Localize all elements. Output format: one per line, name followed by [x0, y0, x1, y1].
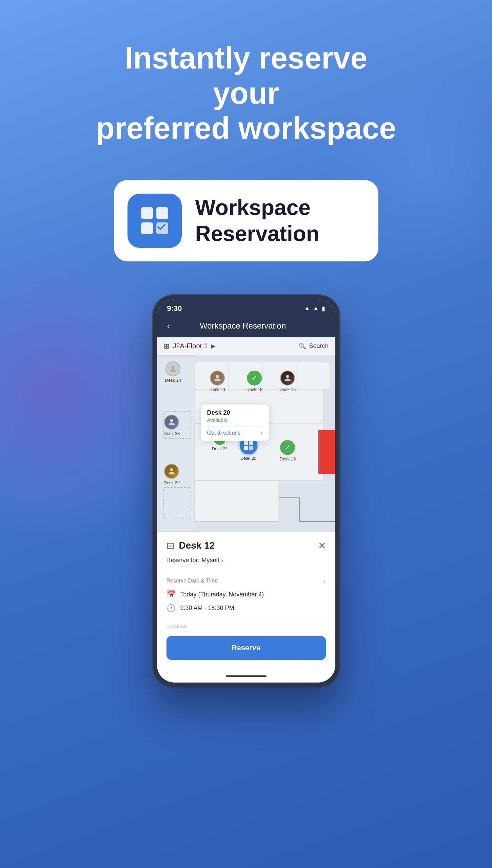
svg-rect-1 — [156, 207, 168, 219]
desk-19-avatar: ✓ — [280, 440, 295, 455]
desk-23-marker[interactable]: Desk 23 — [164, 415, 180, 436]
clock-icon: 🕐 — [166, 604, 176, 613]
signal-icon: ▲ — [313, 305, 319, 312]
svg-point-17 — [216, 375, 219, 378]
desk-11-marker[interactable]: Desk 11 — [210, 371, 226, 392]
popup-directions[interactable]: Get directions › — [207, 430, 263, 436]
search-label: Search — [309, 342, 328, 350]
svg-rect-2 — [141, 222, 153, 234]
desk-header-left: ⊟ Desk 12 — [166, 540, 215, 551]
desk-23-avatar — [164, 415, 179, 430]
floor-name: J2A-Floor 1 — [173, 342, 208, 350]
desk-22-avatar — [164, 464, 179, 479]
selected-desk-name: Desk 12 — [179, 540, 215, 551]
layers-icon: ⊞ — [164, 342, 170, 350]
wifi-icon: ▲ — [304, 305, 310, 312]
desk-19-label: Desk 19 — [280, 456, 296, 461]
svg-rect-13 — [318, 430, 335, 474]
desk-22-marker[interactable]: Desk 22 — [164, 464, 180, 485]
popup-divider — [207, 426, 263, 427]
reserve-for-row[interactable]: Reserve for: Myself › — [166, 557, 326, 564]
desk-11-label: Desk 11 — [210, 387, 226, 392]
popup-desk-title: Desk 20 — [207, 409, 263, 416]
svg-rect-21 — [249, 441, 253, 445]
desk-20-label: Desk 20 — [240, 456, 257, 461]
time-value: 9:30 AM - 18:30 PM — [180, 605, 234, 612]
location-label: Location — [166, 623, 187, 629]
desk-16-label: Desk 16 — [280, 387, 296, 392]
status-icons: ▲ ▲ ▮ — [304, 305, 325, 312]
reserve-datetime-arrow: › — [323, 577, 326, 585]
search-icon: 🔍 — [299, 342, 306, 350]
search-button[interactable]: 🔍 Search — [299, 342, 328, 350]
desk-18-avatar: ✓ — [247, 371, 262, 386]
divider-2 — [166, 619, 326, 619]
desk-16-avatar — [280, 371, 295, 386]
app-card[interactable]: Workspace Reservation — [114, 180, 378, 261]
svg-rect-0 — [141, 207, 153, 219]
floor-map[interactable]: Desk 24 Desk 11 ✓ — [157, 355, 335, 532]
desk-icon: ⊟ — [166, 540, 174, 551]
desk-21-label: Desk 21 — [212, 446, 228, 451]
svg-point-16 — [172, 366, 174, 369]
floor-expand-icon: ▶ — [211, 343, 215, 349]
battery-icon: ▮ — [322, 305, 325, 312]
calendar-icon: 📅 — [166, 590, 176, 599]
phone-screen: 9:30 ▲ ▲ ▮ ‹ Workspace Reservation ⊞ J2A… — [157, 299, 335, 683]
home-bar — [226, 675, 267, 677]
date-row: 📅 Today (Thursday, November 4) — [166, 588, 326, 602]
floor-left: ⊞ J2A-Floor 1 ▶ — [164, 342, 215, 350]
desk-16-marker[interactable]: Desk 16 — [280, 371, 296, 392]
svg-rect-22 — [244, 446, 248, 450]
status-bar: 9:30 ▲ ▲ ▮ — [157, 299, 335, 316]
reserve-datetime-label: Reserve Date & Time — [166, 578, 218, 584]
reserve-for-label: Reserve for: — [166, 557, 200, 564]
desk-22-label: Desk 22 — [164, 480, 180, 485]
reservation-panel: ⊟ Desk 12 ✕ Reserve for: Myself › Reserv… — [157, 532, 335, 670]
status-time: 9:30 — [167, 304, 182, 313]
close-panel-button[interactable]: ✕ — [318, 540, 326, 551]
svg-rect-23 — [249, 446, 253, 450]
date-value: Today (Thursday, November 4) — [180, 591, 264, 598]
desk-11-avatar — [210, 371, 225, 386]
desk-popup: Desk 20 Available Get directions › — [201, 405, 269, 441]
svg-point-19 — [170, 419, 173, 422]
phone-mockup: 9:30 ▲ ▲ ▮ ‹ Workspace Reservation ⊞ J2A… — [153, 295, 339, 687]
svg-rect-12 — [194, 481, 279, 521]
reserve-for-value: Myself — [202, 557, 219, 564]
popup-desk-status: Available — [207, 417, 263, 423]
desk-24-label: Desk 24 — [165, 378, 181, 383]
svg-point-24 — [170, 468, 173, 471]
desk-18-label: Desk 18 — [247, 387, 263, 392]
nav-bar: ‹ Workspace Reservation — [157, 316, 335, 337]
svg-rect-10 — [296, 362, 330, 389]
directions-arrow: › — [261, 430, 262, 436]
app-icon-wrapper — [127, 194, 182, 248]
workspace-reservation-icon — [139, 205, 170, 236]
desk-23-label: Desk 23 — [164, 431, 180, 436]
desk-header: ⊟ Desk 12 ✕ — [166, 540, 326, 551]
hero-title: Instantly reserve your preferred workspa… — [94, 41, 399, 146]
floor-selector[interactable]: ⊞ J2A-Floor 1 ▶ 🔍 Search — [157, 337, 335, 355]
phone-frame: 9:30 ▲ ▲ ▮ ‹ Workspace Reservation ⊞ J2A… — [153, 295, 339, 687]
svg-rect-3 — [156, 222, 168, 234]
desk-19-marker[interactable]: ✓ Desk 19 — [280, 440, 296, 461]
desk-24-marker[interactable]: Desk 24 — [165, 361, 181, 383]
app-card-title: Workspace Reservation — [195, 195, 319, 247]
svg-rect-20 — [244, 441, 248, 445]
desk-24-avatar — [165, 361, 180, 376]
nav-title: Workspace Reservation — [177, 321, 309, 331]
reserve-button[interactable]: Reserve — [166, 636, 326, 660]
reserve-for-arrow: › — [221, 557, 223, 564]
desk-18-marker[interactable]: ✓ Desk 18 — [247, 371, 263, 392]
back-button[interactable]: ‹ — [167, 320, 170, 331]
svg-point-18 — [286, 375, 289, 378]
home-indicator — [157, 670, 335, 683]
directions-label: Get directions — [207, 430, 241, 436]
time-row: 🕐 9:30 AM - 18:30 PM — [166, 602, 326, 615]
reserve-datetime-row[interactable]: Reserve Date & Time › — [166, 574, 326, 588]
divider-1 — [166, 570, 326, 570]
